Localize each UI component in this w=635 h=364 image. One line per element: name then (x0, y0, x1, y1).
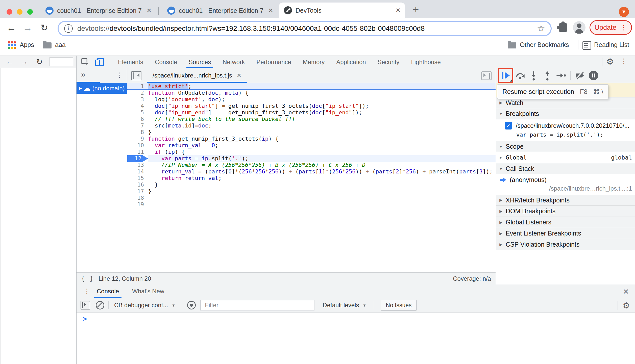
extensions-puzzle-icon[interactable] (559, 23, 567, 32)
devtools-tab-memory[interactable]: Memory (297, 56, 331, 68)
deactivate-breakpoints-button[interactable] (573, 69, 587, 82)
code-text[interactable]: function OnUpdate(doc, meta) { (148, 90, 496, 96)
drawer-tab-whats-new[interactable]: What's New (126, 284, 171, 298)
code-text[interactable]: doc["ip_num_start"] = get_numip_first_3_… (148, 103, 496, 109)
log-levels-dropdown[interactable]: Default levels (323, 302, 359, 309)
expander-icon[interactable]: ▶ (496, 100, 506, 105)
apps-shortcut[interactable]: Apps (20, 41, 34, 48)
line-number[interactable]: 15 (127, 175, 148, 181)
context-caret-icon[interactable]: ▼ (172, 303, 175, 307)
sidebar-section-xhr-fetch-breakpoints[interactable]: ▶XHR/fetch Breakpoints (496, 195, 635, 206)
line-number[interactable]: 13 (127, 162, 148, 168)
chrome-update-button[interactable]: Update ⋮ (590, 20, 632, 35)
frame-name[interactable]: (anonymous) (510, 176, 547, 184)
line-number[interactable]: 14 (127, 168, 148, 175)
new-tab-button[interactable]: + (413, 5, 419, 15)
code-text[interactable]: log('document', doc); (148, 96, 496, 103)
pretty-print-icon[interactable]: { } (81, 275, 94, 282)
line-number[interactable]: 3 (127, 96, 148, 103)
page-info-icon[interactable]: i (64, 24, 73, 33)
line-number[interactable]: 6 (127, 116, 148, 122)
code-text[interactable]: } (148, 129, 496, 136)
navigator-no-domain-item[interactable]: ▶ ☁ (no domain) (77, 83, 127, 94)
line-number[interactable]: 2 (127, 90, 148, 96)
devtools-settings-gear-icon[interactable]: ⚙ (606, 57, 614, 67)
reading-list[interactable]: Reading List (594, 41, 629, 48)
collapse-icon[interactable]: ▼ (496, 112, 506, 116)
console-context-selector[interactable]: CB debugger cont... (114, 302, 168, 309)
breakpoint-code-snippet[interactable]: var parts = ip.split('.'); (516, 132, 635, 138)
window-close-button[interactable] (7, 9, 12, 15)
devtools-tab-security[interactable]: Security (372, 56, 405, 68)
back-button[interactable]: ← (5, 21, 18, 35)
line-number[interactable]: 1 (127, 83, 148, 90)
close-tab-icon[interactable]: ✕ (396, 7, 401, 14)
devtools-tab-sources[interactable]: Sources (183, 56, 217, 68)
code-text[interactable]: // !!! write back to the source bucket !… (148, 116, 496, 122)
expander-icon[interactable]: ▶ (79, 86, 82, 91)
code-text[interactable]: src[meta.id]=doc; (148, 122, 496, 129)
line-number[interactable]: 11 (127, 149, 148, 155)
devtools-tab-elements[interactable]: Elements (112, 56, 149, 68)
step-into-button[interactable] (527, 69, 541, 82)
code-text[interactable] (148, 195, 496, 201)
screencast-reload-button[interactable]: ↻ (34, 57, 44, 67)
url-text[interactable]: devtools://devtools/bundled/inspector.ht… (77, 24, 531, 33)
sidebar-section-call-stack[interactable]: ▼ Call Stack (496, 163, 635, 174)
resume-script-execution-button[interactable] (498, 68, 513, 83)
line-number[interactable]: 4 (127, 103, 148, 109)
open-file-tab[interactable]: /space/linuxbre...nrich_ips.t.js ✕ (147, 68, 247, 83)
line-number[interactable]: 7 (127, 122, 148, 129)
source-code-editor[interactable]: 1'use strict';2function OnUpdate(doc, me… (127, 83, 496, 272)
line-number[interactable]: 17 (127, 188, 148, 195)
devtools-tab-performance[interactable]: Performance (251, 56, 297, 68)
collapse-icon[interactable]: ▼ (496, 144, 506, 149)
code-text[interactable]: doc["ip_num_end"] = get_numip_first_3_oc… (148, 109, 496, 116)
line-number[interactable]: 5 (127, 109, 148, 116)
breakpoint-file[interactable]: /space/linuxbrew/couch.7.0.0.20210710/..… (516, 122, 629, 129)
console-prompt[interactable]: > (77, 313, 635, 326)
line-number[interactable]: 19 (127, 201, 148, 208)
scope-name[interactable]: Global (506, 154, 527, 161)
address-bar[interactable]: i devtools://devtools/bundled/inspector.… (58, 21, 552, 36)
code-text[interactable]: var parts = ip.split('.'); (148, 155, 496, 162)
collapse-icon[interactable]: ▼ (496, 167, 506, 171)
code-text[interactable]: 'use strict'; (148, 83, 496, 90)
bookmark-star-icon[interactable]: ☆ (537, 23, 545, 34)
other-bookmarks[interactable]: Other Bookmarks (520, 41, 569, 48)
window-minimize-button[interactable] (17, 9, 22, 15)
live-expression-eye-icon[interactable] (187, 301, 196, 309)
sidebar-section-csp-violation-breakpoints[interactable]: ▶CSP Violation Breakpoints (496, 239, 635, 250)
show-debugger-sidebar-icon[interactable] (481, 71, 492, 80)
close-file-icon[interactable]: ✕ (237, 72, 241, 79)
line-number[interactable]: 8 (127, 129, 148, 136)
step-out-button[interactable] (541, 69, 554, 82)
reading-list-icon[interactable] (582, 41, 591, 50)
close-drawer-icon[interactable]: ✕ (623, 288, 629, 296)
code-text[interactable]: return return_val; (148, 175, 496, 181)
levels-caret-icon[interactable]: ▼ (362, 303, 366, 307)
line-number[interactable]: 10 (127, 142, 148, 149)
other-bookmarks-folder-icon[interactable] (508, 42, 516, 48)
breakpoint-checkbox[interactable]: ✓ (505, 122, 512, 129)
expander-icon[interactable]: ▶ (496, 198, 506, 202)
code-text[interactable] (148, 201, 496, 208)
browser-menu-kebab-icon[interactable]: ⋮ (621, 24, 627, 32)
drawer-menu-kebab-icon[interactable]: ⋮ (84, 287, 90, 295)
frame-location[interactable]: /space/linuxbre…rich_ips.t....:1 (496, 185, 635, 192)
devtools-tab-network[interactable]: Network (217, 56, 251, 68)
profile-update-badge[interactable]: ▾ (619, 7, 629, 17)
expander-icon[interactable]: ▶ (496, 231, 506, 236)
devtools-tab-console[interactable]: Console (149, 56, 183, 68)
pause-on-exceptions-button[interactable] (587, 69, 600, 82)
code-text[interactable]: } (148, 181, 496, 188)
devtools-tab-application[interactable]: Application (330, 56, 372, 68)
browser-tab-devtools-active[interactable]: DevTools ✕ (279, 3, 405, 18)
close-tab-icon[interactable]: ✕ (146, 7, 152, 14)
expander-icon[interactable]: ▶ (496, 155, 506, 160)
code-text[interactable]: if (ip) { (148, 149, 496, 155)
no-issues-button[interactable]: No Issues (381, 300, 417, 311)
close-tab-icon[interactable]: ✕ (268, 7, 273, 14)
apps-grid-icon[interactable] (8, 41, 16, 49)
expander-icon[interactable]: ▶ (496, 209, 506, 214)
